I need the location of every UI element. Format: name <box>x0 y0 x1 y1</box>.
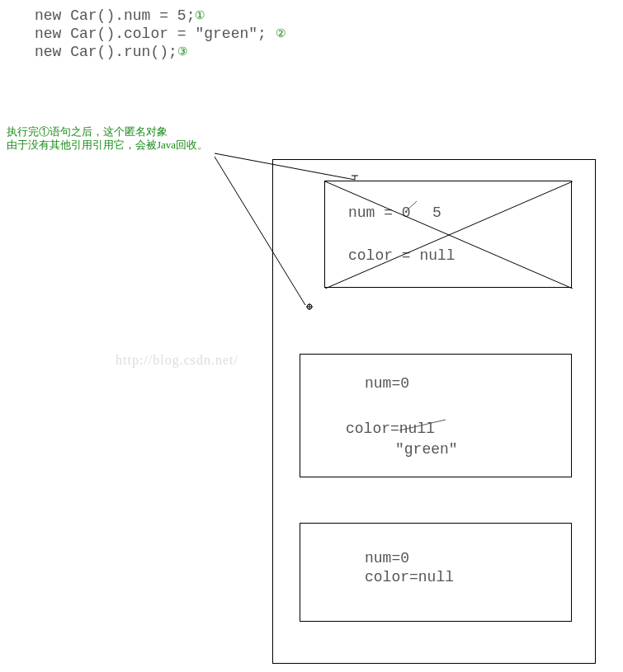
marker-2-icon: ② <box>276 27 286 40</box>
code-text: new Car().num = 5; <box>35 7 195 24</box>
obj2-color-new: "green" <box>395 441 458 458</box>
svg-line-0 <box>325 181 573 289</box>
obj1-num-new: 5 <box>432 204 441 221</box>
annotation-text: 执行完①语句之后，这个匿名对象 由于没有其他引用引用它，会被Java回收。 <box>7 125 208 152</box>
annotation-line-1: 执行完①语句之后，这个匿名对象 <box>7 125 208 139</box>
obj1-num: num = 0 <box>348 204 411 221</box>
code-text: new Car().run(); <box>35 44 177 60</box>
object-box-2: num=0 color=null "green" <box>300 354 572 477</box>
marker-3-icon: ③ <box>177 45 188 59</box>
heap-container: num = 0 5 color = null num=0 color=null … <box>272 159 596 664</box>
obj3-color: color=null <box>365 569 454 585</box>
object-box-3: num=0 color=null <box>300 523 572 622</box>
obj3-num: num=0 <box>365 550 409 566</box>
obj2-color: color=null <box>346 421 435 437</box>
cross-out-icon <box>325 181 573 289</box>
obj1-color: color = null <box>348 247 455 264</box>
annotation-line-2: 由于没有其他引用引用它，会被Java回收。 <box>7 139 208 152</box>
marker-1-icon: ① <box>195 9 205 22</box>
code-line-2: new Car().color = "green"; ② <box>35 25 286 43</box>
code-line-1: new Car().num = 5;① <box>35 7 286 25</box>
obj2-num: num=0 <box>365 375 409 392</box>
code-block: new Car().num = 5;① new Car().color = "g… <box>35 7 286 61</box>
code-line-3: new Car().run();③ <box>35 43 286 61</box>
watermark: http://blog.csdn.net/ <box>116 353 238 368</box>
object-box-1: num = 0 5 color = null <box>324 181 572 288</box>
svg-line-1 <box>325 181 573 289</box>
code-text: new Car().color = "green"; <box>35 26 267 42</box>
